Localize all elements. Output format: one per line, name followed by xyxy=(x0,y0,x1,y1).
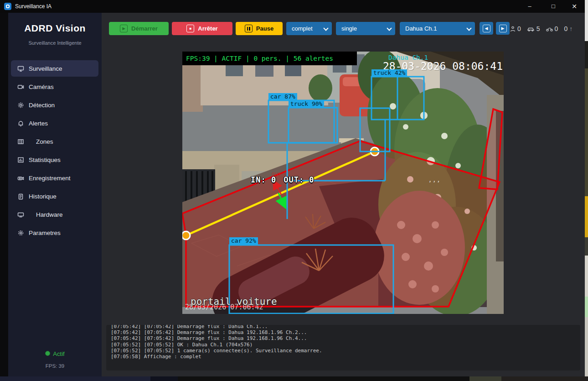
history-clipboard-icon xyxy=(17,193,24,200)
camera-scene xyxy=(182,52,504,314)
start-button[interactable]: ▶ Démarrer xyxy=(109,22,169,35)
up-arrow-icon: ↑ xyxy=(569,25,573,32)
hardware-monitor-icon xyxy=(17,211,24,218)
sidebar-item-label: Parametres xyxy=(29,230,61,236)
sidebar-item-label: Hardware xyxy=(36,211,63,218)
log-console[interactable]: [07:05:42] [07:05:42] Demarrage flux : D… xyxy=(106,325,580,371)
background-window-sliver-right xyxy=(585,0,588,381)
settings-gear-icon xyxy=(17,230,24,236)
display-mode-select[interactable]: complet xyxy=(286,22,332,35)
stop-icon: ■ xyxy=(186,25,194,32)
next-camera-button[interactable]: ▶ xyxy=(496,22,510,35)
maximize-button[interactable]: □ xyxy=(543,0,563,13)
bell-icon xyxy=(17,120,24,127)
detection-counters: 0 5 0 0 ↑ xyxy=(510,23,573,35)
app-subtitle: Surveillance Intelligente xyxy=(8,40,102,46)
sidebar-item-historique[interactable]: Historique xyxy=(11,188,98,204)
sidebar-item-enregistrement[interactable]: Enregistrement xyxy=(11,170,98,186)
titlebar: Surveillance IA – □ ✕ xyxy=(0,0,585,13)
sidebar-item-label: Historique xyxy=(29,193,57,200)
sidebar-item-label: Alertes xyxy=(29,120,48,127)
minimize-button[interactable]: – xyxy=(520,0,540,13)
video-feed[interactable]: FPS:39 | ACTIF | 0 pers. | 56 alertes Da… xyxy=(182,52,504,314)
record-camera-icon xyxy=(17,175,24,182)
person-icon xyxy=(510,26,516,32)
previous-camera-button[interactable]: ◀ xyxy=(480,22,493,35)
log-line: [07:05:52] [07:05:52] OK : Dahua Ch.1 (7… xyxy=(111,342,576,348)
detection-label: car 87% xyxy=(268,93,297,100)
pause-button[interactable]: Pause xyxy=(236,22,283,35)
sidebar-item-zones[interactable]: Zones xyxy=(11,133,98,150)
background-window-sliver-left xyxy=(0,13,8,381)
sidebar-item-label: Surveillance xyxy=(29,65,62,72)
layout-mode-select[interactable]: single xyxy=(336,22,395,35)
sidebar-item-label: Détection xyxy=(29,102,55,109)
chevron-down-icon xyxy=(324,26,328,30)
sidebar-item-label: Zones xyxy=(36,138,53,145)
detection-gear-icon xyxy=(17,102,24,109)
sidebar-item-label: Caméras xyxy=(29,84,54,90)
sidebar-item-label: Statistiques xyxy=(29,157,61,163)
detection-label: truck 42% xyxy=(371,69,407,77)
log-line: [07:05:42] [07:05:42] Demarrage flux : D… xyxy=(111,335,576,341)
camera-icon xyxy=(17,84,24,90)
detection-label: truck 90% xyxy=(289,100,324,108)
status-dot-icon xyxy=(45,351,50,356)
bar-chart-icon xyxy=(17,157,24,163)
crossing-counter: 0 ↑ xyxy=(564,25,573,32)
log-line: [07:05:42] [07:05:42] Demarrage flux : D… xyxy=(111,325,576,329)
sidebar-item-hardware[interactable]: Hardware xyxy=(11,206,98,223)
status-indicator: Actif xyxy=(8,350,102,357)
pause-icon xyxy=(245,25,253,32)
window-title: Surveillance IA xyxy=(15,3,52,10)
play-icon: ▶ xyxy=(120,25,128,32)
zone-marks: ,,, xyxy=(428,177,441,183)
chevron-down-icon xyxy=(387,26,391,30)
vehicle-counter: 5 xyxy=(527,25,540,32)
background-window-sliver-bottom xyxy=(0,376,588,381)
sidebar-item-statistiques[interactable]: Statistiques xyxy=(11,151,98,168)
detection-label: car 92% xyxy=(229,237,258,245)
zone-name-label: portail voiture xyxy=(191,296,277,307)
car-icon xyxy=(527,26,535,31)
sidebar-item-detection[interactable]: Détection xyxy=(11,97,98,113)
main-panel: ▶ Démarrer ■ Arrêter Pause complet singl… xyxy=(102,13,585,376)
log-line: [07:05:42] [07:05:42] Demarrage flux : D… xyxy=(111,329,576,335)
app-name: ADRD Vision xyxy=(8,23,102,34)
video-status-bar: FPS:39 | ACTIF | 0 pers. | 56 alertes xyxy=(182,52,357,65)
sidebar-item-cameras[interactable]: Caméras xyxy=(11,78,98,95)
sidebar-fps: FPS: 39 xyxy=(8,363,102,369)
app-window: Surveillance IA – □ ✕ ADRD Vision Survei… xyxy=(0,0,588,381)
person-counter: 0 xyxy=(510,25,521,32)
sidebar-item-alertes[interactable]: Alertes xyxy=(11,115,98,131)
log-line: [07:05:58] Affichage : complet xyxy=(111,354,576,360)
sidebar-item-surveillance[interactable]: Surveillance xyxy=(11,60,98,77)
log-line: [07:05:52] [07:05:52] 1 camera(s) connec… xyxy=(111,348,576,354)
sidebar-item-parametres[interactable]: Parametres xyxy=(11,224,98,241)
close-button[interactable]: ✕ xyxy=(564,0,584,13)
sidebar-item-label: Enregistrement xyxy=(29,175,71,182)
in-out-counter: IN: 0OUT: 0 xyxy=(251,175,322,184)
monitor-icon xyxy=(17,65,24,72)
motorbike-icon xyxy=(546,26,553,31)
prev-arrow-icon: ◀ xyxy=(483,25,490,32)
app-icon xyxy=(4,3,11,10)
sidebar: ADRD Vision Surveillance Intelligente Su… xyxy=(8,13,102,376)
next-arrow-icon: ▶ xyxy=(499,25,507,32)
line-endpoint xyxy=(182,231,190,240)
chevron-down-icon xyxy=(467,26,471,30)
camera-select[interactable]: Dahua Ch.1 xyxy=(400,22,475,35)
zones-map-icon xyxy=(17,138,24,145)
bike-counter: 0 xyxy=(546,25,558,32)
stop-button[interactable]: ■ Arrêter xyxy=(172,22,232,35)
